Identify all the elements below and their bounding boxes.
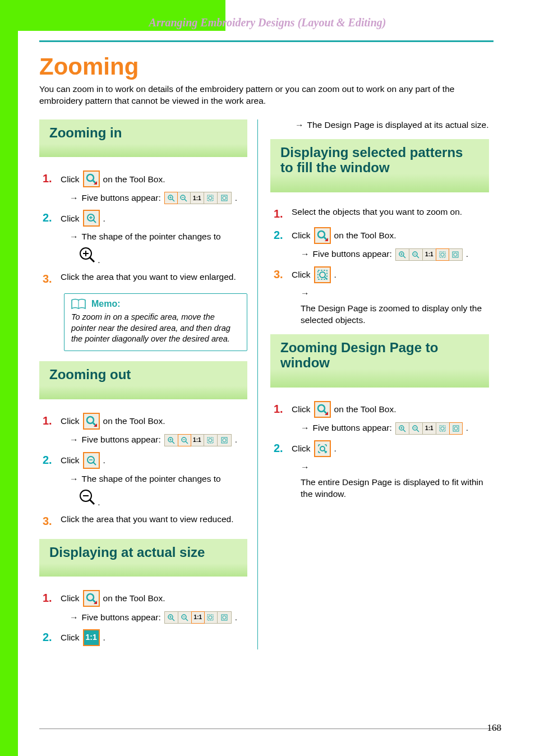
substep: → Five buttons appear: 1:1 . [301,248,489,261]
zoom-toolbar: 1:1 [395,422,463,435]
page-number: 168 [487,722,502,734]
fit-page-icon[interactable] [218,612,231,623]
step-text: Click [292,229,311,242]
step-text: Click [292,403,311,416]
step-number: 2. [274,440,286,456]
step-text: on the Tool Box. [334,403,396,416]
section-zooming-in: Zooming in [39,119,247,158]
fit-page-icon[interactable] [449,249,462,260]
zoom-in-icon[interactable] [396,249,409,260]
zoom-tool-icon[interactable] [314,401,331,418]
zoom-in-icon[interactable] [165,435,178,446]
step-number: 3. [43,513,55,529]
step-2: 2. Click . [43,452,247,469]
svg-line-19 [90,257,94,262]
svg-point-72 [320,272,325,278]
svg-line-27 [172,441,174,444]
substep: → Five buttons appear: 1:1 . [70,434,247,446]
svg-point-56 [223,616,226,619]
fit-page-icon[interactable] [314,440,331,457]
substep-text: Five buttons appear: [313,248,392,260]
substep-text: Five buttons appear: [82,612,161,624]
fit-selected-icon[interactable] [204,612,218,623]
arrow-icon: → [301,288,310,299]
step-text: . [98,255,100,265]
step-3: 3. Click . [274,266,489,283]
fit-selected-icon[interactable] [436,248,449,261]
step-text: on the Tool Box. [334,229,396,242]
zoom-out-icon[interactable] [177,192,191,204]
one-to-one-icon[interactable]: 1:1 [423,423,436,434]
step-text: Click [61,213,80,225]
arrow-icon: → [70,473,79,485]
step-text: Click [292,442,311,455]
one-to-one-icon[interactable]: 1:1 [191,435,204,446]
fit-page-icon[interactable] [218,435,231,446]
section-design-to-window: Zooming Design Page to window [270,334,489,388]
zoom-out-icon[interactable] [409,249,423,260]
zoom-out-icon[interactable] [409,423,423,434]
left-column: Zooming in 1. Click on the Tool Box. → F… [39,119,258,649]
step-2: 2. Click 1:1 . [43,629,247,646]
zoom-tool-icon[interactable] [83,170,100,187]
substep: → The shape of the pointer changes to [70,473,247,485]
zoom-in-icon[interactable] [165,612,178,623]
step-text: Click [292,269,311,281]
substep-text: Five buttons appear: [82,192,161,204]
zoom-tool-icon[interactable] [314,227,331,244]
svg-point-68 [441,253,444,256]
one-to-one-icon[interactable]: 1:1 [191,611,205,624]
step-text: Click [61,415,80,427]
step-number: 2. [43,629,55,645]
svg-line-61 [403,256,405,258]
one-to-one-icon[interactable]: 1:1 [191,192,204,204]
svg-point-88 [320,446,325,451]
zoom-tool-icon[interactable] [83,413,100,430]
fit-page-icon[interactable] [449,422,463,435]
step-text: on the Tool Box. [103,415,165,427]
one-to-one-icon[interactable]: 1:1 [83,629,100,646]
step-number: 2. [43,452,55,468]
step-text: Click [61,173,80,186]
step-1: 1. Click on the Tool Box. [274,401,489,418]
step-1: 1. Click on the Tool Box. [43,590,247,607]
svg-point-13 [223,196,226,200]
arrow-icon: → [295,119,304,131]
arrow-icon: → [70,192,79,204]
svg-line-38 [93,462,96,465]
svg-point-85 [441,427,444,430]
memo-box: Memo: To zoom in on a specific area, mov… [64,293,247,351]
step-text: on the Tool Box. [103,592,165,605]
step-2: 2. Click on the Tool Box. [274,227,489,244]
svg-line-47 [172,619,174,621]
zoom-tool-icon[interactable] [83,590,100,607]
pointer-zoom-in: . [79,246,247,265]
substep: → Five buttons appear: 1:1 . [70,192,247,204]
zoom-in-icon[interactable] [396,423,409,434]
fit-selected-icon[interactable] [204,435,218,446]
zoom-out-icon[interactable] [83,452,100,469]
substep-text: The Design Page is zoomed to display onl… [301,303,489,326]
svg-point-34 [209,439,212,442]
step-text: Click [61,454,80,467]
step-number: 1. [274,206,286,222]
step-text: Click [61,631,80,644]
one-to-one-icon[interactable]: 1:1 [423,249,436,260]
fit-selected-icon[interactable] [314,266,331,283]
zoom-in-icon[interactable] [164,192,178,204]
svg-point-54 [209,616,212,619]
svg-point-23 [87,417,94,423]
svg-point-57 [318,231,325,238]
zoom-out-icon[interactable] [178,434,191,446]
step-1: 1. Click on the Tool Box. [43,170,247,187]
zoom-in-icon[interactable] [83,210,100,227]
svg-line-51 [186,619,188,621]
svg-line-78 [403,430,405,432]
memo-title: Memo: [91,299,121,309]
step-number: 1. [274,401,286,417]
zoom-out-icon[interactable] [178,612,192,623]
book-icon [71,298,86,310]
fit-selected-icon[interactable] [436,423,450,434]
fit-page-icon[interactable] [218,192,231,204]
fit-selected-icon[interactable] [204,192,218,204]
